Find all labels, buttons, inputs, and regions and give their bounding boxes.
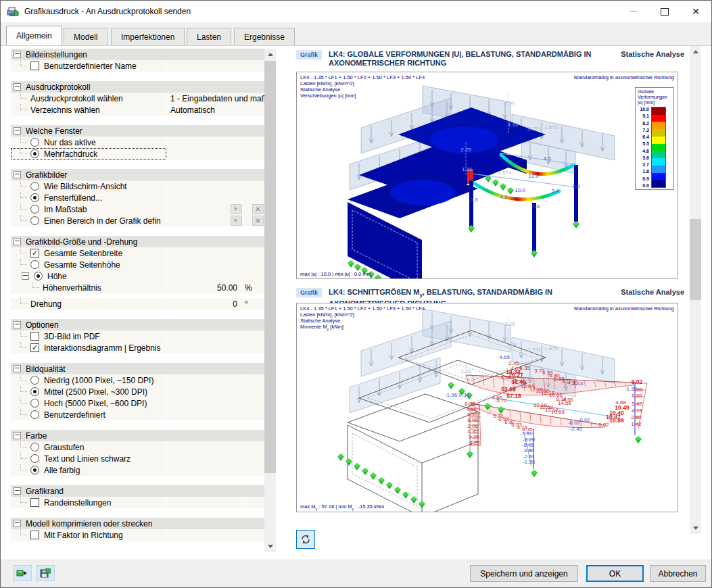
- deformation-legend: Globale Verformungen |u| [mm] 10.09.18.2…: [635, 87, 674, 190]
- tab-allgemein[interactable]: Allgemein: [6, 26, 62, 45]
- radio-mehrfachdruck[interactable]: Mehrfachdruck: [11, 148, 166, 160]
- collapse-icon[interactable]: [14, 51, 21, 58]
- label-verzeichnis-waehlen: Verzeichnis wählen: [30, 105, 100, 115]
- collapse-icon[interactable]: [14, 83, 21, 91]
- radio-nur-das-aktive[interactable]: Nur das aktive: [11, 137, 166, 148]
- section-grafikbilder: Grafikbilder: [11, 169, 275, 180]
- preview1-minmax: max |u| : 10.0 | min |u| : 0.0 mm: [300, 271, 371, 277]
- legend-bands: [651, 107, 666, 188]
- option-benutzerdefinierter-name[interactable]: Benutzerdefinierter Name: [11, 60, 166, 72]
- minimize-button[interactable]: [618, 1, 649, 22]
- tab-strip: Allgemein Modell Imperfektionen Lasten E…: [1, 22, 711, 46]
- collapse-icon[interactable]: [14, 171, 21, 178]
- checkbox-unchecked[interactable]: [30, 62, 39, 70]
- collapse-icon[interactable]: [14, 321, 21, 328]
- radio-hoehe[interactable]: Höhe: [11, 270, 166, 282]
- preview1-header: Grafik LK4: GLOBALE VERFORMUNGEN |U|, BE…: [296, 50, 684, 68]
- analysis-line: Statische Analyse: [300, 87, 425, 93]
- input-drehung[interactable]: 0: [167, 298, 241, 310]
- pick-region-button[interactable]: [231, 204, 242, 214]
- bottom-bar: Speichern und anzeigen OK Abbrechen: [1, 560, 711, 587]
- collapse-icon[interactable]: [22, 272, 29, 280]
- grafik-badge: Grafik: [296, 50, 322, 59]
- collapse-icon[interactable]: [14, 520, 21, 527]
- radio-im-massstab[interactable]: Im Maßstab: [11, 203, 166, 215]
- tab-ergebnisse[interactable]: Ergebnisse: [234, 28, 295, 45]
- check-interaktionsdiagramm[interactable]: ✓Interaktionsdiagramm | Ergebnis: [11, 342, 166, 353]
- radio-text-linien-schwarz[interactable]: Text und Linien schwarz: [11, 453, 166, 464]
- radio-gesamte-seitenhoehe[interactable]: Gesamte Seitenhöhe: [11, 259, 166, 270]
- refresh-preview-button[interactable]: [296, 530, 315, 549]
- settings-panel: Bildeinstellungen Benutzerdefinierter Na…: [11, 49, 275, 541]
- preview1-image: LK4 - 1.35 * LF1 + 1.50 * LF2 + 1.50 * L…: [296, 72, 678, 279]
- collapse-icon[interactable]: [14, 365, 21, 372]
- load-default-settings-button[interactable]: [13, 565, 32, 581]
- section-ausdruckprotokoll: Ausdruckprotokoll: [11, 81, 275, 93]
- radio-qualitaet-hoch[interactable]: Hoch (5000 Pixel, ~600 DPI): [11, 397, 166, 409]
- tab-lasten[interactable]: Lasten: [187, 28, 231, 45]
- ok-button[interactable]: OK: [586, 565, 644, 582]
- radio-qualitaet-benutzerdefiniert[interactable]: Benutzerdefiniert: [11, 409, 166, 420]
- save-settings-button[interactable]: [36, 565, 55, 581]
- label-hoehenverhaeltnis: Höhenverhältnis: [43, 283, 101, 293]
- preview-area: Grafik LK4: GLOBALE VERFORMUNGEN |U|, BE…: [291, 46, 689, 562]
- collapse-icon[interactable]: [14, 487, 21, 495]
- input-hoehenverhaeltnis[interactable]: 50.00: [167, 282, 241, 293]
- preview-scrollbar[interactable]: [690, 46, 701, 534]
- section-welche-fenster: Welche Fenster: [11, 125, 275, 137]
- collapse-icon[interactable]: [14, 432, 21, 439]
- collapse-icon[interactable]: [14, 127, 21, 134]
- section-optionen: Optionen: [11, 319, 275, 330]
- result-type-line: Momente My [kNm]: [300, 324, 425, 333]
- cancel-button[interactable]: Abbrechen: [650, 565, 706, 582]
- radio-qualitaet-mittel[interactable]: Mittel (2500 Pixel, ~300 DPI): [11, 386, 166, 397]
- preview2-analysis-label: Statische Analyse: [621, 288, 684, 296]
- preview2-minmax: max My : 57.18 | min My : -15.35 kNm: [300, 504, 384, 511]
- save-settings-icon: [40, 568, 51, 578]
- section-groesse-drehung: Grafikbild-Größe und -Drehung: [11, 236, 275, 247]
- section-bildqualitaet: Bildqualität: [11, 363, 275, 374]
- grafik-badge: Grafik: [296, 288, 322, 297]
- settings-scrollbar[interactable]: [264, 49, 276, 552]
- save-and-show-button[interactable]: Speichern und anzeigen: [470, 565, 578, 582]
- label-drehung: Drehung: [30, 299, 62, 309]
- radio-graustufen[interactable]: Graustufen: [11, 441, 166, 453]
- radio-alle-farbig[interactable]: Alle farbig: [11, 464, 166, 476]
- clear-region-button[interactable]: ✕: [252, 216, 264, 226]
- dialog-window: Grafikausdruck - An Ausdruckprotokoll se…: [0, 0, 712, 588]
- combination-line: LK4 - 1.35 * LF1 + 1.50 * LF2 + 1.50 * L…: [300, 305, 425, 312]
- maximize-button[interactable]: [649, 1, 680, 22]
- clear-region-button[interactable]: ✕: [252, 204, 264, 214]
- refresh-icon: [300, 534, 311, 545]
- section-modell-komprimieren: Modell komprimieren oder strecken: [11, 518, 275, 529]
- radio-selected[interactable]: [30, 149, 39, 158]
- radio-bereich-definieren[interactable]: Einen Bereich in der Grafik defin: [11, 215, 166, 226]
- checkbox-checked[interactable]: ✓: [30, 249, 39, 258]
- section-farbe: Farbe: [11, 430, 275, 441]
- close-button[interactable]: ✕: [680, 1, 711, 22]
- radio-qualitaet-niedrig[interactable]: Niedrig (1000 Pixel, ~150 DPI): [11, 374, 166, 386]
- radio-fensterfuellend[interactable]: Fensterfüllend...: [11, 192, 166, 203]
- check-gesamte-seitenbreite[interactable]: ✓Gesamte Seitenbreite: [11, 247, 166, 259]
- tab-modell[interactable]: Modell: [64, 28, 108, 45]
- check-3d-bild-pdf[interactable]: 3D-Bild im PDF: [11, 330, 166, 342]
- pick-region-button[interactable]: [231, 216, 242, 226]
- radio-unselected[interactable]: [30, 138, 39, 147]
- radio-bildschirm-ansicht[interactable]: Wie Bildschirm-Ansicht: [11, 180, 166, 192]
- check-mit-faktor[interactable]: Mit Faktor in Richtung: [11, 529, 166, 541]
- select-verzeichnis[interactable]: Automatisch: [167, 104, 275, 116]
- label-protokoll-waehlen: Ausdruckprotokoll wählen: [30, 94, 123, 103]
- collapse-icon[interactable]: [14, 238, 21, 245]
- view-direction-label: Standardmäßig in axonometrischer Richtun…: [574, 74, 674, 80]
- combination-line: LK4 - 1.35 * LF1 + 1.50 * LF2 + 1.50 * L…: [300, 74, 425, 80]
- moment-3d-graphic: [297, 303, 678, 512]
- result-type-line: Verschiebungen |u| [mm]: [300, 93, 425, 99]
- tab-imperfektionen[interactable]: Imperfektionen: [111, 28, 185, 45]
- window-title: Grafikausdruck - An Ausdruckprotokoll se…: [24, 7, 191, 16]
- preview1-title: LK4: GLOBALE VERFORMUNGEN |U|, BELASTUNG…: [329, 50, 621, 68]
- check-randeinstellungen[interactable]: Randeinstellungen: [11, 497, 166, 508]
- loads-line: Lasten [kN/m], [kN/m^2]: [300, 312, 425, 318]
- title-bar: Grafikausdruck - An Ausdruckprotokoll se…: [1, 1, 711, 22]
- select-protokoll[interactable]: 1 - Eingabedaten und maß...: [167, 93, 275, 104]
- analysis-line: Statische Analyse: [300, 318, 425, 324]
